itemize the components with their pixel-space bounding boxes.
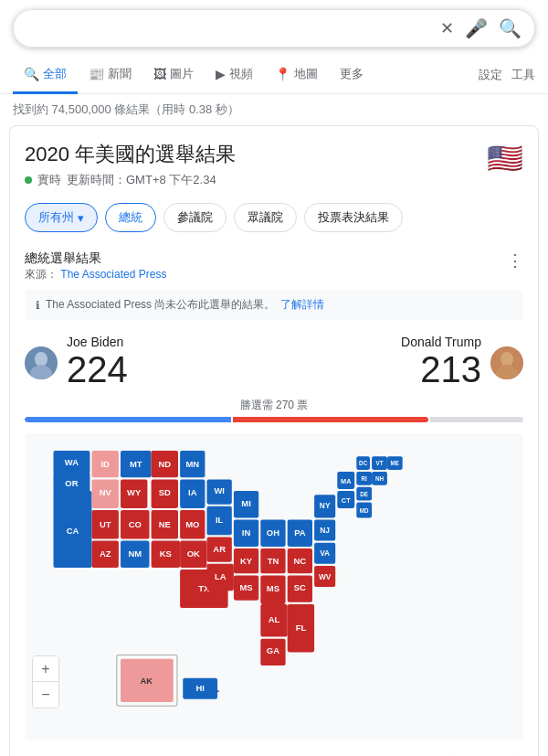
filter-president-label: 總統 [119,209,142,226]
tab-news[interactable]: 📰 新聞 [78,57,142,94]
svg-text:IA: IA [188,487,197,497]
svg-text:MO: MO [185,519,199,529]
svg-text:WA: WA [65,457,79,467]
tools-link[interactable]: 工具 [511,67,535,83]
tab-news-label: 新聞 [108,66,132,82]
svg-text:NC: NC [294,556,307,566]
svg-text:ND: ND [158,459,171,469]
filter-all-states[interactable]: 所有州 ▾ [25,203,98,232]
tab-map-label: 地圖 [294,66,318,82]
tab-images[interactable]: 🖼 圖片 [142,57,205,94]
section-info: 總統選舉結果 來源： The Associated Press [25,250,166,282]
svg-text:ME: ME [391,460,399,466]
svg-text:WI: WI [214,485,225,495]
search-input[interactable]: 2020年美国总统选举 [26,20,440,37]
progress-section: 勝選需 270 票 [10,394,538,430]
search-icon-group: ✕ 🎤 🔍 [440,17,522,39]
svg-text:NE: NE [159,519,171,529]
map-controls: + − [32,655,59,708]
svg-text:IL: IL [216,515,224,525]
filter-house-label: 眾議院 [248,209,283,226]
progress-biden [25,417,231,422]
filter-senate-label: 參議院 [177,209,213,226]
svg-text:WY: WY [127,487,142,497]
us-map: CA OR WA ID MT NV WY CO UT AZ NM [25,433,523,740]
live-dot [25,176,32,184]
card-title: 2020 年美國的選舉結果 [25,141,236,168]
svg-text:RI: RI [362,476,368,483]
svg-text:OK: OK [187,548,200,559]
more-icon[interactable]: ⋮ [507,250,523,271]
card-subtitle: 實時 更新時間：GMT+8 下午2.34 [25,172,236,188]
tab-video[interactable]: ▶ 視頻 [205,57,264,94]
filter-ballot[interactable]: 投票表決結果 [304,203,403,232]
avatar-trump [490,346,523,379]
progress-bar [25,417,523,422]
filter-house[interactable]: 眾議院 [234,203,297,232]
svg-text:FL: FL [296,623,307,633]
tab-more-label: 更多 [340,66,364,82]
candidates-row: Joe Biden 224 Donald Trump 213 [10,324,538,394]
svg-text:CO: CO [129,519,142,529]
info-icon: ℹ [36,299,40,312]
progress-trump [233,417,429,422]
source-link[interactable]: The Associated Press [60,268,166,281]
section-source: 來源： The Associated Press [25,267,166,282]
svg-text:WV: WV [319,572,332,581]
svg-text:NV: NV [100,487,112,497]
svg-text:MS: MS [239,582,252,592]
election-card: 2020 年美國的選舉結果 實時 更新時間：GMT+8 下午2.34 🇺🇸 所有… [9,125,539,756]
svg-text:AZ: AZ [100,548,111,559]
notice-text: The Associated Press 尚未公布此選舉的結果。 [46,297,275,313]
mic-icon[interactable]: 🎤 [465,17,488,39]
search-icon[interactable]: 🔍 [499,17,522,39]
svg-text:MA: MA [341,477,352,485]
filter-president[interactable]: 總統 [105,203,156,232]
zoom-in-button[interactable]: + [33,656,58,682]
trump-score: 213 [401,349,481,390]
filter-all-states-label: 所有州 [38,209,74,226]
tab-map[interactable]: 📍 地圖 [264,57,329,94]
update-time: 更新時間：GMT+8 下午2.34 [67,172,216,188]
dropdown-icon: ▾ [78,211,84,225]
tab-more[interactable]: 更多 [329,57,374,94]
svg-text:MT: MT [130,459,142,469]
section-title: 總統選舉結果 [25,250,166,267]
svg-text:AL: AL [269,614,280,624]
live-label: 實時 [37,172,61,188]
biden-name: Joe Biden [67,335,128,349]
svg-text:VT: VT [375,460,383,466]
tab-all[interactable]: 🔍 全部 [13,57,78,94]
zoom-out-button[interactable]: − [33,682,58,708]
svg-text:CA: CA [67,526,79,536]
biden-info: Joe Biden 224 [67,335,128,390]
svg-text:GA: GA [267,646,279,656]
svg-text:UT: UT [100,519,111,529]
video-icon: ▶ [216,67,226,81]
candidate-biden: Joe Biden 224 [25,335,128,390]
images-icon: 🖼 [153,67,166,81]
svg-text:DE: DE [360,491,368,497]
svg-text:CT: CT [342,496,351,505]
source-prefix: 來源： [25,268,58,281]
filter-senate[interactable]: 參議院 [163,203,227,232]
settings-link[interactable]: 設定 [479,67,502,83]
threshold-label: 勝選需 270 票 [25,398,523,413]
notice-link[interactable]: 了解詳情 [280,297,324,313]
svg-text:KS: KS [160,548,172,559]
svg-text:MI: MI [241,498,250,508]
clear-icon[interactable]: ✕ [440,18,454,38]
svg-text:NM: NM [128,548,142,559]
svg-text:OR: OR [65,478,78,488]
svg-text:VA: VA [320,548,330,558]
nav-tabs: 🔍 全部 📰 新聞 🖼 圖片 ▶ 視頻 📍 地圖 更多 設定 工具 [0,57,548,94]
svg-text:AR: AR [213,544,226,554]
svg-text:MN: MN [185,459,199,469]
svg-text:IN: IN [242,527,251,538]
svg-text:LA: LA [215,571,227,581]
nav-right: 設定 工具 [479,67,535,83]
tab-images-label: 圖片 [170,66,194,82]
card-header-left: 2020 年美國的選舉結果 實時 更新時間：GMT+8 下午2.34 [25,141,236,188]
svg-text:AK: AK [141,676,153,686]
svg-text:KY: KY [240,556,253,566]
